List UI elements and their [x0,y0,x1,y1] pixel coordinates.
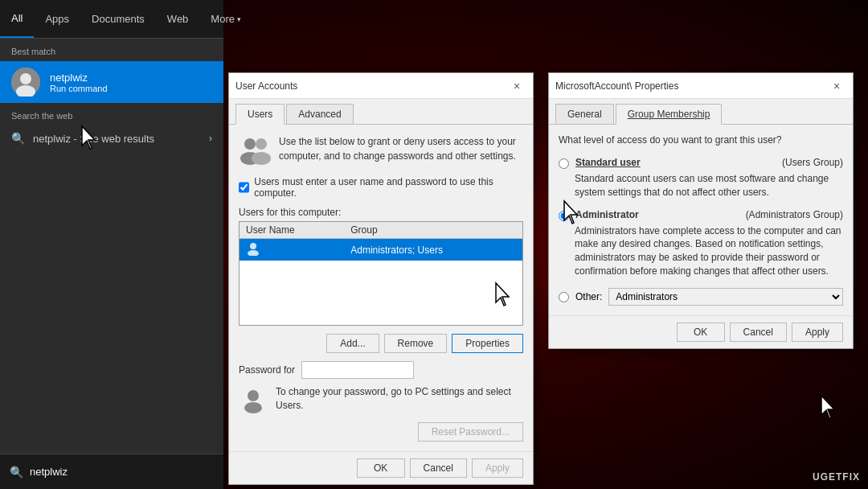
standard-user-radio[interactable] [559,158,569,169]
standard-user-group-label: (Users Group) [782,157,843,168]
users-label: Users for this computer: [239,207,523,218]
search-icon-small: 🔍 [10,466,23,479]
properties-button[interactable]: Properties [452,334,523,353]
users-table: User Name Group Admin [239,221,523,326]
administrator-group-label: (Administrators Group) [746,209,843,220]
tab-all[interactable]: All [0,0,34,38]
question-text: What level of access do you want to gran… [559,134,843,146]
tab-apps[interactable]: Apps [34,0,80,38]
tab-web[interactable]: Web [156,0,200,38]
other-row: Other: Administrators [559,288,843,306]
other-select[interactable]: Administrators [608,288,843,306]
best-match-label: Best match [0,39,223,61]
search-icon: 🔍 [11,132,25,145]
cell-group: Administrators; Users [344,239,522,261]
search-input[interactable] [30,466,214,478]
web-result-text: netplwiz - See web results [33,133,201,145]
user-accounts-close-button[interactable]: × [507,76,526,96]
search-bar: 🔍 [0,454,223,489]
best-match-text: netplwiz Run command [50,72,108,93]
user-accounts-apply-button[interactable]: Apply [472,458,523,478]
add-button[interactable]: Add... [326,334,379,353]
user-accounts-dialog: User Accounts × Users Advanced Use the l… [228,72,534,485]
standard-user-row: Standard user (Users Group) [559,157,843,169]
svg-point-3 [244,138,256,150]
tab-more[interactable]: More ▾ [199,0,252,38]
user-accounts-tabs: Users Advanced [229,99,533,125]
web-result-item[interactable]: 🔍 netplwiz - See web results › [0,125,223,151]
standard-user-description: Standard account users can use most soft… [559,172,843,199]
other-radio[interactable] [559,292,569,302]
cursor-apply [820,394,839,420]
properties-dialog: MicrosoftAccount\ Properties × General G… [548,72,854,349]
users-icon [239,134,271,166]
svg-point-8 [248,250,259,256]
user-icon [246,241,260,256]
properties-title: MicrosoftAccount\ Properties [555,80,678,92]
svg-point-9 [248,390,259,401]
svg-point-5 [256,138,267,150]
user-shield-icon [239,385,268,414]
table-row-empty1 [240,261,523,277]
result-name: netplwiz [50,72,108,84]
table-row[interactable]: Administrators; Users [240,239,523,261]
user-accounts-ok-cancel: OK Cancel Apply [229,451,533,484]
password-info: To change your password, go to PC settin… [239,385,523,414]
search-web-label: Search the web [0,103,223,125]
user-accounts-title: User Accounts [235,80,297,92]
best-match-item[interactable]: netplwiz Run command [0,61,223,103]
properties-close-button[interactable]: × [827,76,846,96]
user-accounts-ok-button[interactable]: OK [357,458,405,478]
checkbox-row: Users must enter a user name and passwor… [239,176,523,199]
reset-btn-row: Reset Password... [239,422,523,442]
must-enter-checkbox[interactable] [239,182,249,193]
arrow-right-icon: › [209,133,212,144]
search-results: Best match netplwiz Run command Search t… [0,39,223,454]
tab-users[interactable]: Users [235,104,285,125]
svg-point-7 [250,243,256,249]
administrator-section: Administrator (Administrators Group) Adm… [559,209,843,278]
password-for-field[interactable] [301,361,414,379]
svg-point-10 [244,402,262,413]
standard-user-section: Standard user (Users Group) Standard acc… [559,157,843,199]
password-info-text: To change your password, go to PC settin… [276,385,523,413]
administrator-description: Administrators have complete access to t… [559,224,843,278]
properties-cancel-button[interactable]: Cancel [730,323,787,342]
table-row-empty2 [240,277,523,293]
tab-group-membership[interactable]: Group Membership [616,104,723,125]
svg-point-6 [252,152,271,165]
standard-user-label: Standard user [575,157,641,168]
search-tabs: All Apps Documents Web More ▾ [0,0,223,39]
col-username: User Name [240,222,345,239]
administrator-row: Administrator (Administrators Group) [559,209,843,221]
password-row: Password for [239,361,523,379]
remove-button[interactable]: Remove [384,334,448,353]
properties-apply-button[interactable]: Apply [792,323,843,342]
svg-point-1 [20,73,31,84]
user-action-buttons: Add... Remove Properties [239,334,523,353]
start-panel: All Apps Documents Web More ▾ Best match [0,0,223,489]
info-text: Use the list below to grant or deny user… [279,134,523,163]
col-group: Group [344,222,522,239]
table-row-empty4 [240,309,523,326]
properties-ok-cancel: OK Cancel Apply [549,315,853,348]
properties-titlebar: MicrosoftAccount\ Properties × [549,73,853,99]
info-row: Use the list below to grant or deny user… [239,134,523,166]
avatar [11,68,40,97]
reset-password-button[interactable]: Reset Password... [418,422,523,442]
table-row-empty3 [240,293,523,309]
properties-ok-button[interactable]: OK [677,323,725,342]
user-accounts-cancel-button[interactable]: Cancel [410,458,467,478]
chevron-down-icon: ▾ [237,15,241,23]
administrator-radio[interactable] [559,211,569,221]
tab-advanced[interactable]: Advanced [286,104,353,124]
tab-general[interactable]: General [555,104,614,124]
properties-body: What level of access do you want to gran… [549,125,853,315]
user-accounts-body: Use the list below to grant or deny user… [229,125,533,451]
administrator-label: Administrator [575,209,639,220]
tab-documents[interactable]: Documents [80,0,156,38]
other-label: Other: [575,291,602,302]
properties-tabs: General Group Membership [549,99,853,125]
result-subtitle: Run command [50,84,108,93]
dialog-titlebar-user-accounts: User Accounts × [229,73,533,99]
